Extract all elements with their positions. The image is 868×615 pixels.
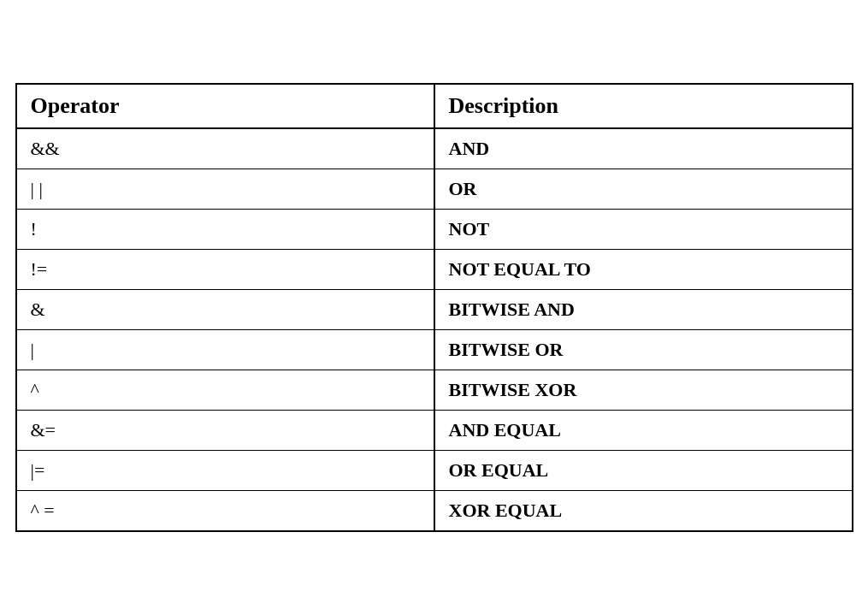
operators-table: Operator Description &&AND| |OR!NOT!=NOT…	[17, 85, 852, 530]
table-header-row: Operator Description	[17, 85, 852, 128]
table-row: &BITWISE AND	[17, 290, 852, 330]
description-cell: XOR EQUAL	[434, 491, 852, 531]
operators-table-container: Operator Description &&AND| |OR!NOT!=NOT…	[15, 83, 853, 532]
operator-cell: |	[17, 330, 434, 370]
table-row: |=OR EQUAL	[17, 451, 852, 491]
table-row: |BITWISE OR	[17, 330, 852, 370]
operator-cell: | |	[17, 169, 434, 210]
operator-cell: &&	[17, 128, 434, 169]
table-row: &&AND	[17, 128, 852, 169]
operator-cell: ^ =	[17, 491, 434, 531]
table-row: ^BITWISE XOR	[17, 370, 852, 411]
description-cell: AND	[434, 128, 852, 169]
description-cell: BITWISE AND	[434, 290, 852, 330]
description-cell: BITWISE OR	[434, 330, 852, 370]
description-column-header: Description	[434, 85, 852, 128]
operator-cell: &=	[17, 411, 434, 451]
description-cell: NOT EQUAL TO	[434, 250, 852, 290]
table-row: ^ =XOR EQUAL	[17, 491, 852, 531]
table-row: !NOT	[17, 210, 852, 250]
operator-cell: ^	[17, 370, 434, 411]
table-row: &=AND EQUAL	[17, 411, 852, 451]
operator-cell: |=	[17, 451, 434, 491]
operator-cell: &	[17, 290, 434, 330]
description-cell: AND EQUAL	[434, 411, 852, 451]
operator-cell: !	[17, 210, 434, 250]
description-cell: OR	[434, 169, 852, 210]
table-row: | |OR	[17, 169, 852, 210]
table-row: !=NOT EQUAL TO	[17, 250, 852, 290]
operator-column-header: Operator	[17, 85, 434, 128]
description-cell: BITWISE XOR	[434, 370, 852, 411]
description-cell: NOT	[434, 210, 852, 250]
description-cell: OR EQUAL	[434, 451, 852, 491]
operator-cell: !=	[17, 250, 434, 290]
